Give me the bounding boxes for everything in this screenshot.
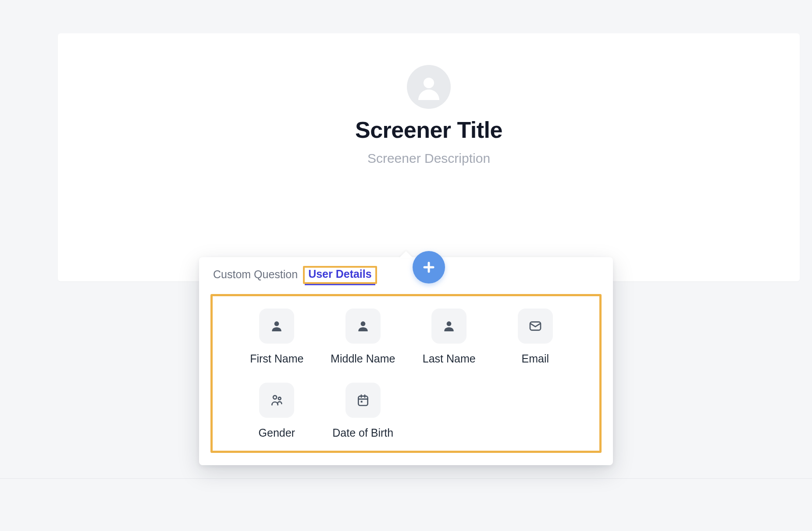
tab-custom-question[interactable]: Custom Question [213,268,303,285]
field-label: Date of Birth [332,427,393,439]
svg-point-8 [278,397,281,400]
person-icon [345,309,381,344]
annotation-highlight-box: First Name Middle Name Last Name Email [210,294,602,453]
field-gender[interactable]: Gender [234,383,320,439]
screener-title[interactable]: Screener Title [355,117,502,143]
background-divider [0,478,812,531]
field-label: Gender [259,427,295,439]
svg-rect-9 [358,396,367,405]
gender-icon [259,383,294,418]
field-email[interactable]: Email [492,309,579,365]
svg-rect-13 [360,401,362,402]
field-date-of-birth[interactable]: Date of Birth [320,383,406,439]
field-last-name[interactable]: Last Name [406,309,492,365]
svg-point-5 [447,321,452,326]
field-first-name[interactable]: First Name [234,309,320,365]
user-details-fields: First Name Middle Name Last Name Email [234,309,578,439]
email-icon [518,309,553,344]
person-icon [431,309,467,344]
svg-point-4 [360,321,365,326]
avatar-placeholder-icon [413,71,445,103]
svg-point-0 [424,78,434,88]
avatar[interactable] [407,65,451,109]
svg-point-7 [273,395,277,399]
plus-icon [422,261,435,274]
add-field-popover: Custom Question User Details First Name … [199,257,613,465]
screener-description[interactable]: Screener Description [367,151,490,166]
tab-user-details[interactable]: User Details [305,268,375,285]
field-label: First Name [250,352,303,365]
person-icon [259,309,294,344]
field-label: Email [521,352,549,365]
popover-tabs: Custom Question User Details [199,257,613,285]
field-middle-name[interactable]: Middle Name [320,309,406,365]
tab-user-details-label: User Details [308,268,372,280]
add-field-button[interactable] [413,251,445,283]
field-label: Middle Name [331,352,395,365]
svg-point-3 [274,321,279,326]
field-label: Last Name [423,352,476,365]
screener-card: Screener Title Screener Description [58,33,800,281]
calendar-icon [345,383,381,418]
